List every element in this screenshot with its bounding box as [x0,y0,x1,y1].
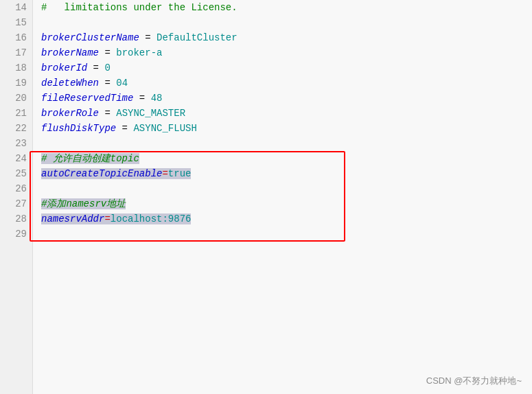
code-line [41,15,532,30]
line-number: 24 [15,151,27,166]
code-line: # limitations under the License. [41,0,532,15]
code-line: # 允许自动创建topic [41,151,532,166]
code-line: autoCreateTopicEnable=true [41,166,532,181]
code-line: fileReservedTime = 48 [41,91,532,106]
line-number: 16 [15,30,27,45]
line-number: 28 [15,211,27,227]
code-line: flushDiskType = ASYNC_FLUSH [41,121,532,136]
code-line: #添加namesrv地址 [41,196,532,211]
code-area: 14151617181920212223242526272829 # limit… [0,0,532,394]
line-number: 21 [15,106,27,121]
line-number: 19 [15,76,27,91]
line-number: 20 [15,91,27,106]
code-line: brokerRole = ASYNC_MASTER [41,106,532,121]
code-line: brokerClusterName = DefaultCluster [41,30,532,45]
code-line: namesrvAddr=localhost:9876 [41,211,532,227]
line-number: 18 [15,60,27,76]
line-number: 17 [15,45,27,60]
line-number: 14 [15,0,27,15]
editor-container: 14151617181920212223242526272829 # limit… [0,0,532,394]
code-line [41,227,532,242]
line-number: 15 [15,15,27,30]
code-line: brokerId = 0 [41,60,532,76]
line-number: 25 [15,166,27,181]
code-line [41,136,532,151]
line-number: 27 [15,196,27,211]
code-line: brokerName = broker-a [41,45,532,60]
code-line [41,181,532,196]
line-numbers: 14151617181920212223242526272829 [0,0,33,394]
line-number: 26 [15,181,27,196]
line-number: 22 [15,121,27,136]
code-line: deleteWhen = 04 [41,76,532,91]
code-lines: # limitations under the License. brokerC… [33,0,532,394]
line-number: 23 [15,136,27,151]
watermark: CSDN @不努力就种地~ [426,375,522,387]
line-number: 29 [15,227,27,242]
